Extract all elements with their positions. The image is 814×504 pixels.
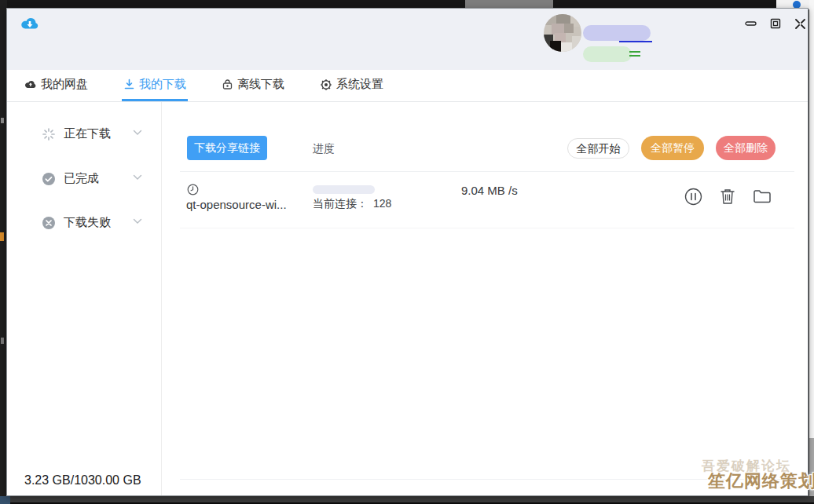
clock-icon [187, 184, 199, 195]
cloud-icon [24, 79, 37, 89]
sidebar-item-label: 正在下载 [64, 126, 111, 141]
open-folder-icon[interactable] [753, 187, 772, 206]
desktop-taskbar-fragment [465, 0, 553, 8]
desktop-edge-right [809, 0, 814, 504]
cloud-download-logo-icon [18, 15, 40, 34]
sidebar-item-label: 已完成 [64, 171, 99, 186]
vip-green-marks [629, 49, 640, 60]
delete-download-icon[interactable] [718, 187, 737, 206]
titlebar [7, 9, 808, 70]
maximize-button[interactable] [765, 15, 786, 32]
app-window: 我的网盘 我的下载 离线下载 系统设置 [6, 8, 808, 496]
footer-divider [180, 479, 794, 480]
chevron-down-icon [133, 174, 142, 181]
download-icon [123, 79, 135, 90]
sidebar-item-completed[interactable]: 已完成 [7, 167, 161, 191]
user-avatar[interactable] [544, 14, 581, 52]
download-connections: 当前连接：128 [313, 197, 391, 211]
spinner-icon [42, 127, 56, 141]
toolbar-divider [180, 171, 794, 172]
desktop-speck [1, 118, 4, 123]
desktop-speck [1, 338, 4, 344]
delete-all-button[interactable]: 全部删除 [716, 136, 776, 160]
offline-lock-icon [222, 79, 233, 90]
tab-label: 系统设置 [336, 77, 383, 92]
sidebar-item-failed[interactable]: 下载失败 [7, 211, 161, 235]
user-name-link-underline [619, 41, 652, 42]
sidebar-item-label: 下载失败 [64, 215, 111, 230]
desktop-blue-fragment [0, 496, 10, 504]
download-speed: 9.04 MB /s [461, 184, 518, 197]
progress-column-header: 进度 [313, 142, 335, 156]
row-divider [180, 228, 794, 228]
chevron-down-icon [133, 218, 142, 225]
tabbar: 我的网盘 我的下载 离线下载 系统设置 [7, 70, 808, 102]
main-panel: 下载分享链接 进度 全部开始 全部暂停 全部删除 qt-opensource-w… [162, 102, 808, 495]
tab-my-downloads[interactable]: 我的下载 [122, 70, 188, 101]
sidebar-item-downloading[interactable]: 正在下载 [7, 122, 161, 146]
tab-system-settings[interactable]: 系统设置 [318, 70, 385, 101]
settings-icon [320, 79, 332, 91]
tab-label: 我的下载 [139, 77, 186, 92]
desktop-speck [0, 232, 4, 241]
close-button[interactable] [790, 15, 810, 32]
desktop-edge-bottom [0, 496, 814, 504]
storage-usage: 3.23 GB/1030.00 GB [24, 473, 141, 488]
tab-label: 我的网盘 [41, 77, 88, 92]
download-progress-bar [313, 185, 375, 194]
desktop: 我的网盘 我的下载 离线下载 系统设置 [0, 0, 814, 504]
tab-label: 离线下载 [237, 77, 284, 92]
start-all-button[interactable]: 全部开始 [567, 138, 629, 159]
download-filename: qt-opensource-wi... [186, 198, 287, 211]
download-share-link-button[interactable]: 下载分享链接 [187, 136, 267, 160]
tab-my-cloud-drive[interactable]: 我的网盘 [22, 70, 90, 101]
user-name-blurred [583, 25, 651, 41]
check-circle-icon [42, 172, 56, 186]
user-vip-blurred [583, 46, 632, 62]
tab-offline-download[interactable]: 离线下载 [220, 70, 286, 101]
desktop-grey-fragment [809, 438, 814, 504]
sidebar: 正在下载 已完成 下载失败 [7, 102, 162, 495]
pause-all-button[interactable]: 全部暂停 [641, 136, 704, 160]
error-circle-icon [42, 216, 56, 230]
minimize-button[interactable] [740, 15, 761, 32]
chevron-down-icon [133, 130, 142, 136]
pause-download-icon[interactable] [684, 187, 702, 206]
